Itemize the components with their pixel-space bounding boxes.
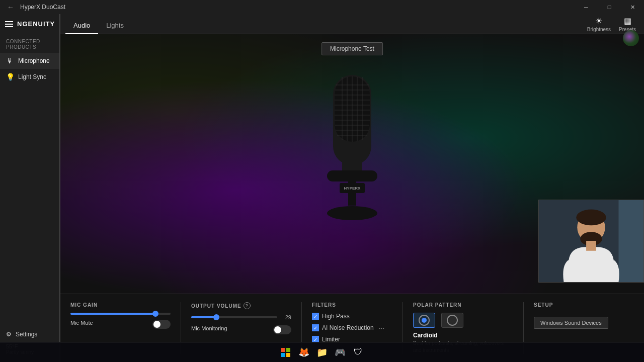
mic-gain-slider-row [70,313,171,315]
settings-label: Settings [16,331,37,338]
app-title: HyperX DuoCast [20,4,65,11]
svg-rect-30 [281,348,285,352]
settings-icon: ⚙ [6,331,12,338]
presets-icon: ▦ [624,16,631,26]
hamburger-icon[interactable] [5,21,13,27]
sidebar-item-microphone[interactable]: 🎙 Microphone [0,53,59,69]
mic-mute-label: Mic Mute [70,320,93,326]
filter-highpass-row: ✓ High Pass [312,313,392,320]
sidebar-item-lightsync-label: Light Sync [18,73,46,80]
webcam-svg [539,200,643,283]
output-info-icon[interactable]: ? [244,302,251,309]
output-volume-track[interactable] [191,316,277,318]
sidebar-header[interactable]: NGENUITY [0,14,59,34]
mic-gain-track[interactable] [70,313,171,315]
mic-mute-knob [153,321,160,328]
mic-gain-thumb[interactable] [152,311,158,317]
minimize-button[interactable]: ─ [575,0,598,14]
mic-gain-label: MIC GAIN [70,302,171,308]
polar-cardioid-option[interactable] [413,313,435,328]
taskbar-start-button[interactable] [278,344,294,360]
windows-start-icon [281,348,290,357]
output-volume-label: OUTPUT VOLUME ? [191,302,291,309]
ham-line [5,24,13,25]
titlebar-controls: ─ □ ✕ [575,0,644,14]
output-volume-fill [191,316,216,318]
svg-point-21 [327,206,377,220]
presets-control[interactable]: ▦ Presets [619,16,636,32]
mic-mute-row: Mic Mute [70,320,171,329]
light-sync-icon: 💡 [6,73,14,81]
brand-name: NGENUITY [17,20,55,28]
topright-icons: ☀ Brightness ▦ Presets [587,14,644,34]
avatar[interactable] [623,30,639,46]
svg-rect-32 [281,353,285,357]
taskbar-center: 🦊 📁 🎮 🛡 [278,344,366,360]
polar-selected-name: Cardioid [413,332,513,339]
mic-illustration: HYPERX [312,70,392,241]
polar-pattern-label: POLAR PATTERN [413,302,513,308]
settings-item[interactable]: ⚙ Settings [0,327,59,342]
webcam-overlay [538,200,644,283]
svg-text:HYPERX: HYPERX [344,186,361,191]
polar-options [413,313,513,328]
filter-highpass-label: High Pass [322,313,350,320]
polar-omni-option[interactable] [441,313,463,328]
ham-line [5,21,13,22]
output-volume-value: 29 [281,314,291,320]
taskbar-antivirus-button[interactable]: 🛡 [350,344,366,360]
sidebar-item-microphone-label: Microphone [18,57,50,64]
taskbar-firefox-button[interactable]: 🦊 [296,344,312,360]
filters-label: FILTERS [312,302,392,308]
mic-gain-fill [70,313,155,315]
polar-omni-icon [447,315,458,326]
brightness-label: Brightness [587,27,611,32]
svg-rect-25 [618,200,643,282]
svg-rect-29 [586,241,596,251]
filter-ainoise-checkbox[interactable]: ✓ [312,324,319,331]
mic-monitoring-toggle[interactable] [273,325,291,334]
back-button[interactable]: ← [4,3,17,11]
connected-products-label: Connected Products [0,34,59,53]
svg-rect-33 [286,353,290,357]
windows-sound-devices-button[interactable]: Windows Sound Devices [534,317,608,329]
sidebar: NGENUITY Connected Products 🎙 Microphone… [0,14,59,362]
filter-ainoise-row: ✓ AI Noise Reduction ··· [312,324,392,332]
filter-ainoise-label: AI Noise Reduction [322,324,374,331]
svg-rect-19 [327,170,377,182]
webcam-content [539,200,643,282]
setup-label: SETUP [534,302,634,308]
mic-mute-toggle[interactable] [152,320,171,329]
main-content: Audio Lights Microphone Test [60,14,644,362]
filter-more-button[interactable]: ··· [377,324,387,332]
svg-rect-31 [286,348,290,352]
tab-lights[interactable]: Lights [98,18,132,34]
mic-monitoring-row: Mic Monitoring [191,325,291,334]
titlebar: ← HyperX DuoCast ─ □ ✕ [0,0,644,14]
microphone-test-button[interactable]: Microphone Test [321,42,383,55]
taskbar-game-button[interactable]: 🎮 [332,344,348,360]
taskbar-folder-button[interactable]: 📁 [314,344,330,360]
tabbar: Audio Lights [60,14,644,34]
sidebar-item-lightsync[interactable]: 💡 Light Sync [0,69,59,85]
taskbar: 🦊 📁 🎮 🛡 [0,342,644,362]
brightness-icon: ☀ [595,16,602,26]
brightness-control[interactable]: ☀ Brightness [587,16,611,32]
mic-monitoring-knob [274,326,281,333]
tab-audio[interactable]: Audio [65,18,98,34]
output-volume-thumb[interactable] [213,314,219,320]
titlebar-left: ← HyperX DuoCast [0,3,65,11]
filter-highpass-checkbox[interactable]: ✓ [312,313,319,320]
restore-button[interactable]: □ [598,0,621,14]
close-button[interactable]: ✕ [621,0,644,14]
ham-line [5,26,13,27]
mic-monitoring-label: Mic Monitoring [191,325,227,331]
microphone-icon: 🎙 [6,57,14,65]
output-volume-slider-row: 29 [191,314,291,320]
svg-point-27 [576,210,606,226]
polar-cardioid-icon [419,315,430,326]
